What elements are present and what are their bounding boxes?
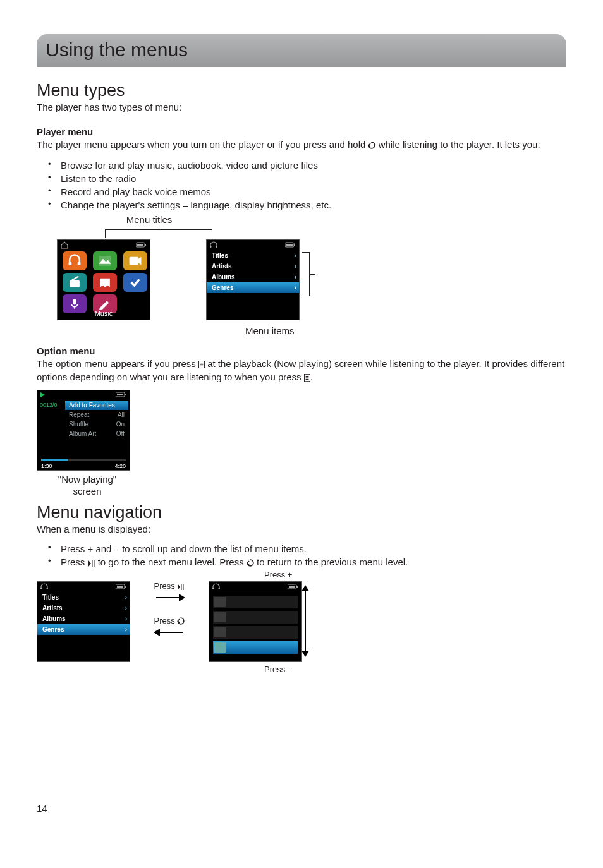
press-minus-label: Press – — [264, 665, 292, 674]
play-pause-icon — [88, 560, 95, 567]
arrow-left-icon — [154, 627, 185, 638]
section-heading-menu-nav: Menu navigation — [37, 503, 566, 522]
option-menu-heading: Option menu — [37, 346, 566, 356]
total-time: 4:20 — [114, 463, 126, 469]
menu-items-label: Menu items — [245, 325, 295, 336]
player-list-screen: Titles› Artists› Albums› Genres› — [206, 239, 300, 320]
battery-icon — [285, 242, 296, 248]
list-row: Albums› — [37, 613, 130, 624]
player-home-screen: Music — [57, 239, 150, 320]
nav-detail-screen — [209, 581, 302, 662]
list-row: Albums› — [207, 272, 299, 282]
list-row: Titles› — [37, 592, 130, 603]
home-tile-audiobook — [93, 273, 117, 292]
callout-bracket — [302, 252, 310, 296]
battery-icon — [288, 584, 299, 590]
track-index: 0012/0 — [40, 402, 58, 408]
list-item — [213, 596, 298, 608]
home-tile-video — [123, 251, 147, 270]
menu-titles-label: Menu titles — [118, 214, 181, 225]
option-menu-text: The option menu appears if you press at … — [37, 358, 566, 383]
player-menu-heading: Player menu — [37, 126, 566, 137]
back-icon — [177, 617, 185, 625]
home-tile-pictures — [93, 251, 117, 270]
list-item-selected — [213, 641, 298, 654]
now-playing-screen: 0012/0 Add to Favorites RepeatAll Shuffl… — [37, 390, 130, 471]
svg-rect-12 — [130, 257, 138, 265]
now-playing-caption: "Now playing"screen — [37, 473, 138, 498]
back-icon — [247, 559, 254, 567]
headphone-icon — [40, 583, 49, 591]
bullet-item: Press to go to the next menu level. Pres… — [48, 555, 566, 569]
progress-bar — [41, 459, 126, 461]
svg-rect-10 — [78, 262, 81, 266]
nav-list-screen: Titles› Artists› Albums› Genres› — [37, 581, 130, 662]
home-tile-radio — [63, 273, 87, 292]
list-row: Titles› — [207, 250, 299, 261]
home-icon — [60, 241, 69, 250]
section-subhead-menu-nav: When a menu is displayed: — [37, 524, 566, 534]
arrow-right-icon — [154, 592, 185, 603]
list-item — [213, 611, 298, 624]
option-row-selected: Add to Favorites — [65, 401, 128, 410]
player-menu-bullets: Browse for and play music, audiobook, vi… — [48, 159, 566, 212]
option-row: RepeatAll — [65, 410, 128, 419]
battery-icon — [116, 584, 127, 590]
section-heading-menu-types: Menu types — [37, 81, 566, 100]
figure-menu-navigation: Titles› Artists› Albums› Genres› Press P… — [37, 575, 566, 676]
list-item — [213, 626, 298, 639]
headphone-icon — [209, 241, 218, 249]
option-row: ShuffleOn — [65, 419, 128, 429]
player-menu-text: The player menu appears when you turn on… — [37, 138, 566, 151]
headphone-icon — [212, 583, 221, 591]
option-row: Album ArtOff — [65, 429, 128, 438]
title-bar: Using the menus — [37, 34, 566, 67]
nav-arrows-column: Press Press — [138, 581, 201, 638]
list-row: Artists› — [207, 261, 299, 272]
list-icon — [304, 374, 310, 382]
svg-rect-15 — [73, 299, 76, 304]
home-tile-favorites — [123, 273, 147, 292]
elapsed-time: 1:30 — [41, 463, 52, 469]
home-tile-music — [63, 251, 87, 270]
section-subhead-menu-types: The player has two types of menu: — [37, 102, 566, 112]
svg-rect-9 — [69, 262, 72, 266]
bullet-item: Change the player's settings – language,… — [48, 198, 566, 212]
bullet-item: Listen to the radio — [48, 172, 566, 185]
play-pause-icon — [177, 584, 185, 590]
home-screen-label: Music — [58, 310, 150, 317]
up-down-arrow-icon — [305, 586, 306, 656]
battery-icon — [116, 392, 127, 398]
svg-rect-13 — [70, 280, 80, 287]
list-icon — [198, 361, 205, 368]
page-title: Using the menus — [46, 39, 557, 61]
page-number: 14 — [37, 803, 47, 814]
nav-bullets: Press + and – to scroll up and down the … — [48, 542, 566, 569]
callout-bracket — [105, 229, 212, 238]
option-panel: Add to Favorites RepeatAll ShuffleOn Alb… — [65, 401, 128, 438]
svg-line-14 — [71, 277, 78, 280]
list-row-selected: Genres› — [207, 282, 299, 293]
play-icon — [40, 392, 46, 398]
list-row-selected: Genres› — [37, 624, 130, 635]
bullet-item: Browse for and play music, audiobook, vi… — [48, 159, 566, 172]
bullet-item: Press + and – to scroll up and down the … — [48, 542, 566, 555]
figure-menu-titles: Menu titles Music Titles› Artists› Album… — [37, 214, 566, 332]
battery-icon — [136, 242, 147, 248]
back-icon — [368, 142, 375, 149]
bullet-item: Record and play back voice memos — [48, 185, 566, 198]
list-row: Artists› — [37, 603, 130, 613]
press-plus-label: Press + — [264, 570, 292, 579]
